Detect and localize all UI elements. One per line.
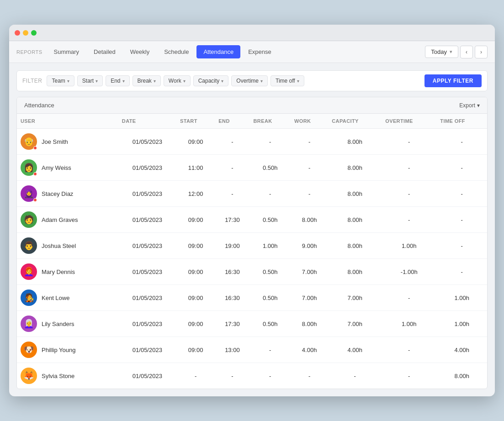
- chevron-down-icon: ▾: [477, 102, 480, 109]
- avatar: 🦊: [21, 368, 37, 384]
- cell-end-stacey-diaz: -: [215, 181, 249, 207]
- chevron-down-icon: ▾: [221, 79, 223, 84]
- cell-break-adam-graves: 0.50h: [249, 207, 291, 233]
- cell-date-lily-sanders: 01/05/2023: [118, 311, 176, 337]
- cell-work-mary-dennis: 7.00h: [291, 259, 328, 285]
- cell-capacity-lily-sanders: 7.00h: [328, 311, 382, 337]
- cell-capacity-stacey-diaz: 8.00h: [328, 181, 382, 207]
- attendance-table-wrapper: Attendance Export ▾ USERDATESTARTENDBREA…: [16, 97, 488, 389]
- user-name: Amy Weiss: [42, 164, 71, 171]
- export-button[interactable]: Export ▾: [459, 102, 480, 109]
- cell-end-sylvia-stone: -: [215, 363, 249, 389]
- chevron-down-icon: ▾: [297, 79, 299, 84]
- col-header-work: WORK: [291, 114, 328, 129]
- filter-chip-work[interactable]: Work▾: [164, 75, 191, 86]
- cell-date-stacey-diaz: 01/05/2023: [118, 181, 176, 207]
- cell-timeoff-sylvia-stone: 8.00h: [436, 363, 487, 389]
- filter-chip-capacity[interactable]: Capacity▾: [193, 75, 229, 86]
- tab-schedule[interactable]: Schedule: [157, 45, 196, 58]
- tab-detailed[interactable]: Detailed: [87, 45, 122, 58]
- prev-arrow[interactable]: ‹: [460, 46, 473, 58]
- chevron-down-icon: ▾: [183, 79, 186, 84]
- cell-work-joshua-steel: 9.00h: [291, 233, 328, 259]
- user-name: Kent Lowe: [42, 295, 69, 301]
- cell-break-amy-weiss: 0.50h: [249, 155, 291, 181]
- nav-bar: REPORTS SummaryDetailedWeeklyScheduleAtt…: [9, 41, 495, 63]
- tab-expense[interactable]: Expense: [241, 45, 278, 58]
- user-info: 🦊 Sylvia Stone: [21, 368, 115, 384]
- cell-capacity-joshua-steel: 8.00h: [328, 233, 382, 259]
- chevron-down-icon: ▾: [95, 79, 98, 84]
- today-label: Today: [431, 48, 447, 55]
- user-cell-joe-smith: 👴 Joe Smith: [17, 129, 118, 155]
- avatar: 👩: [21, 159, 37, 176]
- user-cell-adam-graves: 🧑 Adam Graves: [17, 207, 118, 233]
- avatar: 👴: [21, 133, 37, 150]
- cell-start-adam-graves: 09:00: [176, 207, 215, 233]
- col-header-date: DATE: [118, 114, 176, 129]
- cell-timeoff-lily-sanders: 1.00h: [436, 311, 487, 337]
- status-dot: [33, 146, 37, 150]
- right-arrow-icon: ›: [480, 49, 482, 55]
- cell-start-lily-sanders: 09:00: [176, 311, 215, 337]
- cell-break-joe-smith: -: [249, 129, 291, 155]
- col-header-start: START: [176, 114, 215, 129]
- filter-bar: FILTER Team▾Start▾End▾Break▾Work▾Capacit…: [16, 70, 488, 91]
- tab-attendance[interactable]: Attendance: [196, 45, 240, 58]
- traffic-lights: [15, 30, 37, 36]
- filter-chip-label-timeoff: Time off: [276, 78, 295, 84]
- minimize-button[interactable]: [23, 30, 28, 36]
- cell-overtime-stacey-diaz: -: [382, 181, 436, 207]
- filter-chip-label-start: Start: [82, 78, 94, 84]
- cell-break-mary-dennis: 0.50h: [249, 259, 291, 285]
- cell-date-phillip-young: 01/05/2023: [118, 337, 176, 363]
- avatar: 🧑: [21, 211, 37, 228]
- cell-timeoff-joe-smith: -: [436, 129, 487, 155]
- user-cell-amy-weiss: 👩 Amy Weiss: [17, 155, 118, 181]
- filter-chip-overtime[interactable]: Overtime▾: [231, 75, 268, 86]
- user-info: 👩‍🦰 Mary Dennis: [21, 263, 115, 280]
- cell-break-phillip-young: -: [249, 337, 291, 363]
- apply-filter-button[interactable]: APPLY FILTER: [424, 74, 482, 87]
- filter-chip-break[interactable]: Break▾: [133, 75, 161, 86]
- close-button[interactable]: [15, 30, 20, 36]
- cell-end-amy-weiss: -: [215, 155, 249, 181]
- user-info: 🧑‍🎤 Kent Lowe: [21, 289, 115, 306]
- filter-chip-end[interactable]: End▾: [106, 75, 129, 86]
- cell-end-mary-dennis: 16:30: [215, 259, 249, 285]
- filter-chip-label-break: Break: [138, 78, 152, 84]
- cell-break-stacey-diaz: -: [249, 181, 291, 207]
- table-row: 👩‍🦰 Mary Dennis 01/05/202309:0016:300.50…: [17, 259, 487, 285]
- cell-start-phillip-young: 09:00: [176, 337, 215, 363]
- content: FILTER Team▾Start▾End▾Break▾Work▾Capacit…: [9, 63, 495, 396]
- user-name: Joshua Steel: [42, 242, 76, 249]
- cell-work-joe-smith: -: [291, 129, 328, 155]
- tab-weekly[interactable]: Weekly: [123, 45, 156, 58]
- tab-summary[interactable]: Summary: [47, 45, 86, 58]
- app-window: REPORTS SummaryDetailedWeeklyScheduleAtt…: [9, 25, 495, 396]
- user-name: Sylvia Stone: [42, 373, 74, 379]
- reports-label: REPORTS: [16, 49, 42, 55]
- col-header-overtime: OVERTIME: [382, 114, 436, 129]
- cell-end-adam-graves: 17:30: [215, 207, 249, 233]
- cell-break-kent-lowe: 0.50h: [249, 285, 291, 311]
- today-button[interactable]: Today ▾: [425, 46, 458, 58]
- cell-date-joe-smith: 01/05/2023: [118, 129, 176, 155]
- filter-chip-team[interactable]: Team▾: [47, 75, 74, 86]
- cell-timeoff-stacey-diaz: -: [436, 181, 487, 207]
- filter-chip-label-capacity: Capacity: [198, 78, 220, 84]
- next-arrow[interactable]: ›: [475, 46, 488, 58]
- col-header-user: USER: [17, 114, 118, 129]
- table-row: 👨 Joshua Steel 01/05/202309:0019:001.00h…: [17, 233, 487, 259]
- filter-chip-start[interactable]: Start▾: [77, 75, 103, 86]
- user-cell-joshua-steel: 👨 Joshua Steel: [17, 233, 118, 259]
- user-info: 🧕 Stacey Diaz: [21, 185, 115, 202]
- cell-timeoff-phillip-young: 4.00h: [436, 337, 487, 363]
- avatar: 🐶: [21, 342, 37, 358]
- cell-work-lily-sanders: 8.00h: [291, 311, 328, 337]
- maximize-button[interactable]: [31, 30, 37, 36]
- cell-end-phillip-young: 13:00: [215, 337, 249, 363]
- filter-chip-label-work: Work: [169, 78, 181, 84]
- filter-chip-timeoff[interactable]: Time off▾: [271, 75, 304, 86]
- user-info: 🐶 Phillip Young: [21, 342, 115, 358]
